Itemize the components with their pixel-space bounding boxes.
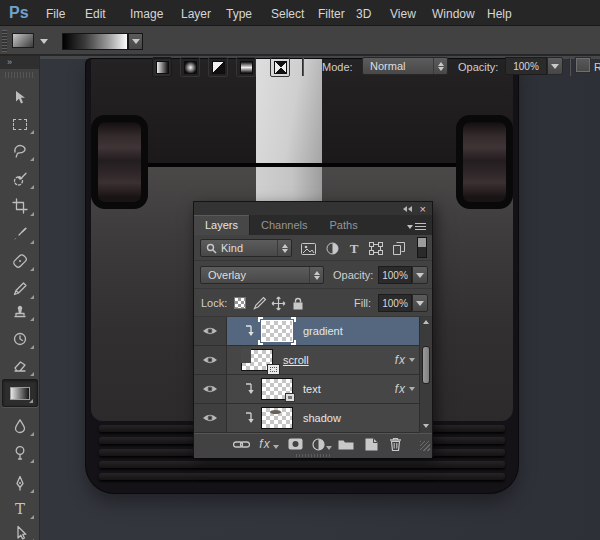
layer-style-fx-icon[interactable]: fx (257, 436, 281, 452)
menu-select[interactable]: Select (271, 7, 304, 21)
reflected-gradient-button[interactable] (236, 57, 256, 77)
menu-file[interactable]: File (46, 7, 65, 21)
radial-gradient-button[interactable] (180, 57, 200, 77)
fx-badge[interactable]: fx (395, 382, 406, 396)
tool-pen[interactable] (2, 470, 38, 496)
menu-type[interactable]: Type (226, 7, 252, 21)
layer-name[interactable]: scroll (283, 354, 309, 366)
menu-edit[interactable]: Edit (85, 7, 106, 21)
tool-dodge[interactable] (2, 440, 38, 466)
shape-layer-filter-icon[interactable] (367, 240, 385, 257)
link-layers-icon[interactable] (232, 436, 250, 452)
layer-thumbnail[interactable] (261, 378, 293, 400)
layer-row-text[interactable]: text fx (194, 375, 419, 404)
gradient-preview[interactable] (62, 33, 128, 50)
new-group-icon[interactable] (337, 436, 355, 452)
scroll-down-icon[interactable] (423, 424, 429, 428)
blend-mode-select[interactable]: Normal (362, 57, 448, 75)
panel-resize-grip[interactable] (420, 441, 430, 451)
layer-thumbnail[interactable] (241, 349, 273, 371)
reverse-checkbox[interactable] (576, 58, 590, 72)
layer-name[interactable]: gradient (303, 325, 343, 337)
fill-value[interactable]: 100% (378, 294, 412, 312)
panel-menu-icon[interactable] (407, 223, 426, 230)
tab-channels[interactable]: Channels (250, 215, 318, 235)
fx-expand-icon[interactable] (409, 387, 415, 391)
tab-layers[interactable]: Layers (194, 215, 250, 235)
visibility-toggle[interactable] (194, 317, 227, 345)
tool-eraser[interactable] (2, 353, 38, 379)
menu-3d[interactable]: 3D (356, 7, 371, 21)
menu-filter[interactable]: Filter (318, 7, 345, 21)
layer-blend-mode-select[interactable]: Overlay (200, 266, 324, 284)
visibility-toggle[interactable] (194, 375, 227, 403)
delete-layer-icon[interactable] (386, 436, 404, 452)
tool-gradient[interactable] (2, 379, 38, 407)
tool-lasso[interactable] (2, 138, 38, 164)
tool-quick-selection[interactable] (2, 166, 38, 192)
tool-crop[interactable] (2, 193, 38, 219)
scrollbar-thumb[interactable] (422, 346, 430, 384)
smart-object-filter-icon[interactable] (390, 240, 408, 257)
fill-dropdown[interactable] (412, 294, 428, 312)
layer-thumbnail[interactable] (261, 320, 293, 342)
options-bar-grip[interactable] (2, 30, 7, 52)
lock-all-icon[interactable] (289, 295, 306, 311)
angle-gradient-button[interactable] (208, 57, 228, 77)
fx-expand-icon[interactable] (409, 358, 415, 362)
scroll-up-icon[interactable] (423, 320, 429, 324)
layer-row-gradient[interactable]: gradient (194, 317, 419, 346)
filter-kind-select[interactable]: Kind (200, 239, 292, 257)
new-layer-icon[interactable] (362, 436, 380, 452)
tool-preset-arrow-icon[interactable] (40, 39, 48, 44)
tab-paths[interactable]: Paths (319, 215, 369, 235)
tools-collapse-button[interactable]: » (0, 56, 39, 69)
layer-opacity-dropdown[interactable] (412, 266, 428, 284)
adjustment-layer-filter-icon[interactable] (323, 240, 341, 257)
type-layer-filter-icon[interactable]: T (345, 240, 363, 257)
lock-position-icon[interactable] (270, 295, 287, 311)
opacity-dropdown-button[interactable] (547, 57, 563, 75)
new-adjustment-layer-icon[interactable] (310, 436, 334, 452)
layer-row-scroll[interactable]: scroll fx (194, 346, 419, 375)
menu-help[interactable]: Help (487, 7, 512, 21)
tool-type[interactable]: T (2, 496, 38, 522)
tool-clone-stamp[interactable] (2, 298, 38, 324)
filter-toggle-switch[interactable] (417, 237, 427, 258)
tools-drag-grip[interactable] (5, 72, 34, 78)
tool-spot-healing-brush[interactable] (2, 248, 38, 274)
chevron-down-icon (132, 39, 140, 44)
layers-scrollbar[interactable] (419, 317, 432, 433)
tool-move[interactable] (2, 85, 38, 111)
diamond-gradient-button[interactable] (270, 57, 290, 77)
pixel-layer-filter-icon[interactable] (299, 240, 317, 257)
gradient-picker-arrow[interactable] (128, 33, 143, 50)
layer-name[interactable]: shadow (303, 412, 341, 424)
tool-blur[interactable] (2, 413, 38, 439)
tool-rectangular-marquee[interactable] (2, 111, 38, 137)
tool-preset-picker[interactable] (12, 33, 34, 48)
lock-transparency-icon[interactable] (231, 295, 248, 311)
collapse-panel-icon[interactable] (403, 206, 412, 212)
fx-badge[interactable]: fx (395, 353, 406, 367)
lock-paint-icon[interactable] (251, 295, 268, 311)
linear-gradient-button[interactable] (152, 57, 172, 77)
layer-opacity-value[interactable]: 100% (378, 266, 412, 284)
tool-history-brush[interactable] (2, 326, 38, 352)
menu-window[interactable]: Window (432, 7, 475, 21)
tool-eyedropper[interactable] (2, 221, 38, 247)
tool-direct-selection[interactable] (2, 520, 38, 540)
menu-layer[interactable]: Layer (181, 7, 211, 21)
opacity-value[interactable]: 100% (505, 57, 547, 75)
panel-drag-grip[interactable] (296, 454, 332, 457)
menu-image[interactable]: Image (130, 7, 163, 21)
layer-row-shadow[interactable]: shadow (194, 404, 419, 433)
add-layer-mask-icon[interactable] (286, 436, 304, 452)
menu-view[interactable]: View (390, 7, 416, 21)
layer-thumbnail[interactable] (261, 407, 293, 429)
visibility-toggle[interactable] (194, 404, 227, 432)
visibility-toggle[interactable] (194, 346, 227, 374)
close-panel-icon[interactable]: × (420, 204, 426, 214)
layers-panel-header[interactable]: × (194, 202, 432, 215)
layer-name[interactable]: text (303, 383, 321, 395)
